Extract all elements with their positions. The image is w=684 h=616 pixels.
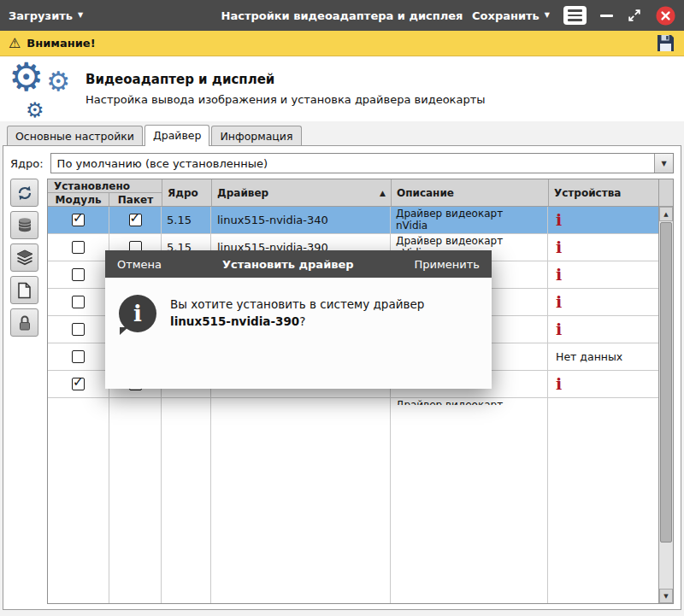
table-row[interactable]: 6.1 linux61-nvidia-390 Драйвер видеокарт… [48, 398, 658, 405]
scroll-up-button[interactable]: ▲ [659, 207, 673, 221]
warning-bar: ⚠ Внимание! [0, 31, 684, 56]
warning-text: Внимание! [27, 37, 95, 50]
layers-button[interactable] [10, 243, 38, 272]
tab-driver[interactable]: Драйвер [144, 125, 209, 146]
module-checkbox[interactable] [72, 241, 85, 254]
chevron-down-icon: ▼ [78, 12, 83, 19]
devices-cell: Нет данных [548, 343, 658, 370]
devices-cell: i [548, 207, 658, 233]
devices-cell: i [548, 371, 658, 397]
close-button[interactable] [656, 6, 675, 26]
dialog-title: Установить драйвер [162, 258, 414, 271]
devices-cell: i [548, 261, 658, 288]
dialog-driver-name: linux515-nvidia-390 [170, 314, 299, 328]
dialog-message: Вы хотите установить в систему драйвер l… [170, 295, 471, 372]
kernel-select-label: Ядро: [10, 157, 44, 170]
package-checkbox[interactable] [129, 214, 142, 226]
column-driver[interactable]: Драйвер ▲ [212, 179, 392, 206]
save-menu-button[interactable]: Сохранить ▼ [472, 9, 550, 22]
lock-icon [17, 314, 32, 331]
kernel-cell: 6.1 [162, 398, 211, 405]
hamburger-menu-button[interactable] [563, 6, 587, 25]
devices-cell: i [548, 316, 658, 343]
save-changes-button[interactable] [656, 33, 675, 53]
device-info-icon[interactable]: i [556, 239, 562, 255]
layers-icon [16, 249, 33, 266]
scrollbar-track[interactable] [659, 543, 673, 589]
document-button[interactable] [10, 276, 38, 304]
scrollbar-header-cap [659, 179, 673, 207]
load-menu-label: Загрузить [9, 9, 73, 22]
floppy-disk-icon [656, 33, 675, 53]
tab-main-settings[interactable]: Основные настройки [7, 126, 143, 145]
close-icon [656, 6, 675, 26]
driver-cell: linux61-nvidia-390 [211, 398, 391, 405]
chevron-down-icon: ▼ [545, 12, 550, 19]
tab-information[interactable]: Информация [211, 126, 301, 145]
column-module[interactable]: Модуль [48, 193, 109, 206]
gears-icon: ⚙ ⚙ ⚙ [9, 61, 72, 117]
dialog-apply-button[interactable]: Применить [415, 258, 480, 271]
refresh-button[interactable] [10, 179, 38, 207]
module-checkbox[interactable] [72, 296, 85, 308]
tab-bar: Основные настройки Драйвер Информация [0, 125, 684, 145]
device-info-icon[interactable]: i [556, 376, 562, 392]
info-bubble-icon: i [119, 295, 156, 332]
lock-button[interactable] [10, 308, 38, 337]
module-checkbox[interactable] [72, 378, 85, 390]
module-checkbox[interactable] [72, 323, 85, 336]
document-icon [17, 282, 32, 299]
side-toolbar [10, 179, 39, 604]
module-checkbox[interactable] [72, 214, 85, 226]
install-driver-dialog: Отмена Установить драйвер Применить i Вы… [105, 250, 492, 389]
minimize-button[interactable] [600, 15, 613, 17]
table-header: Установлено Модуль Пакет Ядро Драйвер ▲ … [48, 179, 658, 207]
column-devices[interactable]: Устройства [549, 179, 658, 206]
devices-cell: i [548, 234, 658, 261]
save-menu-label: Сохранить [472, 9, 540, 22]
vertical-scrollbar[interactable]: ▲ ▼ [658, 179, 673, 603]
page-title: Видеоадаптер и дисплей [86, 72, 486, 87]
database-icon [17, 217, 32, 234]
chevron-down-icon: ▼ [654, 154, 673, 173]
page-header: ⚙ ⚙ ⚙ Видеоадаптер и дисплей Настройка в… [0, 56, 684, 121]
device-info-icon[interactable]: i [556, 267, 562, 283]
hamburger-icon [568, 9, 582, 12]
column-description[interactable]: Описание [392, 179, 549, 206]
device-info-icon[interactable]: i [556, 294, 562, 310]
scroll-down-icon: ▼ [663, 593, 668, 600]
refresh-icon [16, 185, 33, 202]
column-package[interactable]: Пакет [109, 193, 162, 206]
scroll-up-icon: ▲ [663, 211, 668, 218]
load-menu-button[interactable]: Загрузить ▼ [9, 9, 83, 22]
module-checkbox[interactable] [72, 268, 85, 281]
table-row[interactable]: 5.15 linux515-nvidia-340 Драйвер видеока… [48, 207, 658, 234]
page-subtitle: Настройка вывода изображения и установка… [86, 93, 486, 106]
column-kernel[interactable]: Ядро [162, 179, 212, 206]
dialog-body: i Вы хотите установить в систему драйвер… [105, 278, 492, 389]
dialog-header: Отмена Установить драйвер Применить [105, 250, 492, 278]
kernel-select[interactable]: По умолчанию (все установленные) ▼ [50, 153, 674, 173]
scrollbar-thumb[interactable] [660, 222, 672, 543]
database-button[interactable] [10, 211, 38, 239]
description-cell: Драйвер видеокарт nVidia [391, 398, 548, 405]
column-installed[interactable]: Установлено [48, 179, 162, 193]
maximize-button[interactable] [627, 8, 642, 23]
device-info-icon[interactable]: i [556, 212, 562, 228]
device-info-icon[interactable]: i [556, 321, 562, 337]
sort-ascending-icon: ▲ [380, 189, 386, 197]
expand-arrows-icon [627, 8, 642, 23]
app-window: Настройки видеоадаптера и дисплея Загруз… [0, 0, 684, 616]
dialog-cancel-button[interactable]: Отмена [117, 258, 162, 271]
drivers-table: Установлено Модуль Пакет Ядро Драйвер ▲ … [47, 179, 674, 604]
devices-cell: i [548, 398, 658, 405]
devices-cell: i [548, 289, 658, 315]
warning-icon: ⚠ [9, 37, 21, 50]
scroll-down-button[interactable]: ▼ [659, 589, 673, 603]
driver-cell: linux515-nvidia-340 [211, 207, 391, 233]
kernel-select-value: По умолчанию (все установленные) [57, 157, 268, 170]
titlebar: Настройки видеоадаптера и дисплея Загруз… [0, 0, 684, 31]
table-empty-area [48, 405, 658, 603]
module-checkbox[interactable] [72, 350, 85, 363]
description-cell: Драйвер видеокарт nVidia [391, 207, 548, 233]
